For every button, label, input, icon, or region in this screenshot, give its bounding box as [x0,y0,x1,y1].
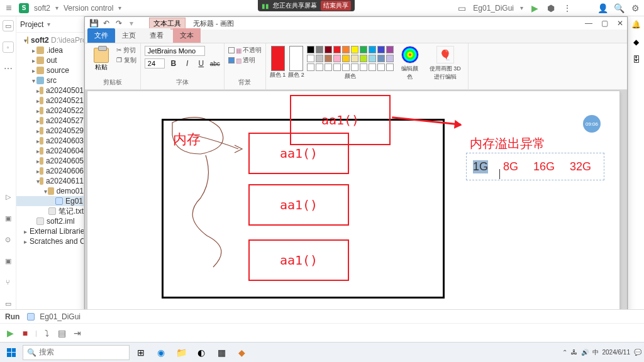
problems-tool-icon[interactable]: ⊙ [3,234,14,245]
underline-button[interactable]: U [196,58,206,69]
tree-folder[interactable]: ▸.idea [16,45,84,55]
copy-button[interactable]: ❐ 复制 [116,56,136,65]
ai-assist-icon[interactable]: ◆ [633,38,639,47]
commit-tool-icon[interactable]: ◦ [3,41,14,53]
pin-icon[interactable]: ⇥ [72,328,82,338]
tree-root[interactable]: ▾soft2 D:\ideaProj [16,35,84,45]
chrome-icon[interactable]: ◐ [192,345,210,360]
color-swatch[interactable] [386,63,394,71]
explorer-icon[interactable]: 📁 [172,345,190,360]
color-swatch[interactable] [386,46,394,53]
settings-icon[interactable]: ⚙ [630,3,640,13]
color-swatch[interactable] [377,46,385,53]
chevron-down-icon[interactable]: ▾ [47,21,50,28]
more-icon[interactable]: ⋮ [562,3,572,13]
task-view-icon[interactable]: ⊞ [132,345,150,360]
version-control-menu[interactable]: Version control [64,4,113,13]
paste-button[interactable]: 粘贴 [89,46,114,74]
tab-text[interactable]: 文本 [173,28,201,43]
project-panel-header[interactable]: Project ▾ [16,16,84,33]
color-swatch[interactable] [351,63,358,71]
run-config-name[interactable]: Eg01_DiGui [473,4,514,13]
color-swatch[interactable] [325,55,332,62]
color-palette[interactable] [307,46,394,71]
cut-button[interactable]: ✂ 剪切 [116,46,136,55]
tree-pkg[interactable]: ▸a20240603 [16,136,84,146]
tab-file[interactable]: 文件 [87,28,115,43]
tree-folder[interactable]: ▸source [16,65,84,75]
settings-tool-icon[interactable]: ▭ [3,298,14,309]
structure-tool-icon[interactable]: ▣ [3,212,14,224]
font-size-select[interactable]: 24 [145,58,165,69]
color-swatch[interactable] [325,63,332,71]
chevron-down-icon[interactable]: ▾ [520,4,523,11]
color-swatch[interactable] [316,55,323,62]
tree-file[interactable]: 笔记.txt [16,206,84,216]
tree-folder[interactable]: ▸out [16,55,84,65]
color-swatch[interactable] [325,46,332,53]
maximize-icon[interactable]: ▢ [601,19,608,28]
color-swatch[interactable] [369,55,376,62]
run-panel-title[interactable]: Run [5,312,19,321]
color-swatch[interactable] [342,46,350,53]
color-swatch[interactable] [316,46,323,53]
color-swatch[interactable] [333,46,341,53]
project-tool-icon[interactable]: ▭ [3,20,14,31]
chevron-down-icon[interactable]: ▾ [55,4,58,11]
debug-icon[interactable]: ⬢ [546,3,556,13]
color-swatch[interactable] [377,63,385,71]
paint-canvas[interactable]: 内存 aa1() aa1() aa1() aa1() 内存溢出异常 1G 8G … [87,91,619,312]
terminal-tool-icon[interactable]: ▣ [3,255,14,266]
git-tool-icon[interactable]: ⑂ [3,277,14,288]
tree-file[interactable]: soft2.iml [16,216,84,226]
database-icon[interactable]: 🗄 [633,55,640,64]
minimize-icon[interactable]: — [585,19,592,28]
run-icon[interactable]: ▶ [530,3,540,13]
color-swatch[interactable] [360,46,367,53]
tree-pkg[interactable]: ▸a20240501 [16,85,84,96]
color-swatch[interactable] [307,55,314,62]
tree-pkg[interactable]: ▸a20240604 [16,146,84,156]
color-swatch[interactable] [342,63,350,71]
tree-ext-lib[interactable]: ▸External Libraries [16,226,84,236]
undo-icon[interactable]: ↶ [101,18,111,28]
hamburger-icon[interactable]: ≡ [4,3,14,13]
paint-canvas-area[interactable]: 内存 aa1() aa1() aa1() aa1() 内存溢出异常 1G 8G … [85,90,627,327]
color-swatch[interactable] [377,55,385,62]
run-tab[interactable]: Eg01_DiGui [40,312,80,321]
tree-file-selected[interactable]: Eg01 [16,196,84,206]
color-swatch[interactable] [386,55,394,62]
run-tool-icon[interactable]: ▷ [3,191,14,202]
tree-folder-src[interactable]: ▾src [16,75,84,85]
paint3d-icon[interactable]: 🎈 [436,46,454,63]
color-swatch[interactable] [360,63,367,71]
layout-icon[interactable]: ▤ [57,328,67,338]
color-swatch[interactable] [333,63,341,71]
tree-pkg[interactable]: ▸a20240606 [16,166,84,176]
tray-up-icon[interactable]: ⌃ [562,349,567,356]
notifications-icon[interactable]: 🔔 [631,20,641,29]
color-swatch[interactable] [307,63,314,71]
project-tree[interactable]: ▾soft2 D:\ideaProj ▸.idea ▸out ▸source ▾… [16,33,84,309]
more-tool-icon[interactable]: ⋯ [3,63,14,74]
stop-share-button[interactable]: 结束共享 [321,1,351,11]
tree-pkg[interactable]: ▸a20240529 [16,126,84,136]
color-swatch[interactable] [342,55,350,62]
qat-dropdown-icon[interactable]: ▾ [126,18,136,28]
color-swatch[interactable] [360,55,367,62]
step-over-icon[interactable]: ⤵ [42,328,52,338]
stop-icon[interactable]: ■ [20,328,30,338]
opaque-option[interactable]: ▦不透明 [228,46,262,55]
color-swatch[interactable] [369,63,376,71]
chevron-down-icon[interactable]: ▾ [118,4,121,11]
color-1-swatch[interactable] [271,46,285,71]
color-swatch[interactable] [351,46,358,53]
color-swatch[interactable] [333,55,341,62]
redo-icon[interactable]: ↷ [114,18,124,28]
tray-notifications-icon[interactable]: 💬 [634,349,641,356]
color-swatch[interactable] [351,55,358,62]
tree-scratches[interactable]: ▸Scratches and Co [16,236,84,246]
app-icon[interactable]: ◆ [233,345,250,360]
project-name[interactable]: soft2 [34,4,50,13]
tree-pkg[interactable]: ▸a20240605 [16,156,84,166]
